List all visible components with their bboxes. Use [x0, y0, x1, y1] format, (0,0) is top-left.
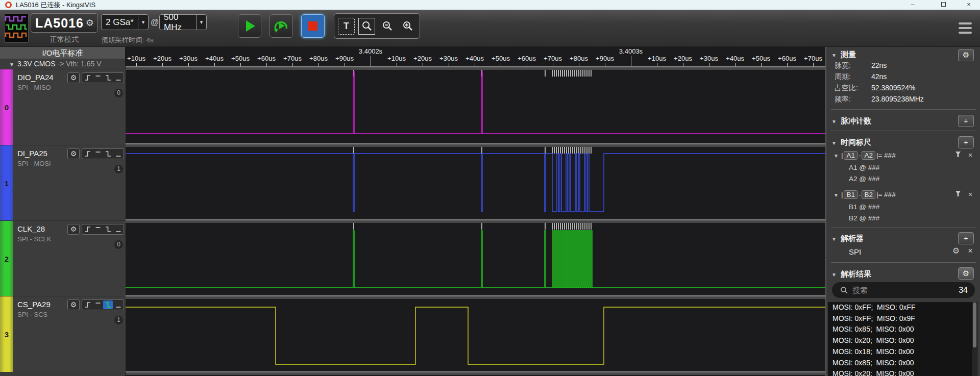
zoom-in-icon	[402, 20, 413, 32]
rising-edge-trigger-button[interactable]	[83, 73, 92, 82]
channel-settings-gear-icon[interactable]: ⚙	[67, 148, 80, 159]
measure-section-header[interactable]: ▼测量	[831, 50, 856, 60]
decode-result-row[interactable]: MOSI: 0x85; MISO: 0x00	[832, 325, 965, 333]
decode-results-list[interactable]: MOSI: 0xFF; MISO: 0xFFMOSI: 0xFF; MISO: …	[828, 302, 977, 376]
zoom-in-button[interactable]	[399, 18, 416, 35]
ruler-pin-icon[interactable]	[954, 151, 962, 159]
play-icon	[242, 18, 257, 34]
low-level-trigger-button[interactable]	[113, 149, 123, 158]
edge-marker	[552, 70, 553, 77]
device-button[interactable]: LA5016 ⚙	[31, 13, 98, 33]
window-title: LA5016 已连接 - KingstVIS	[16, 1, 95, 10]
loop-capture-button[interactable]	[270, 14, 293, 38]
results-scrollbar[interactable]	[972, 302, 977, 376]
marker-b2[interactable]: B2	[862, 190, 875, 199]
channel-row-cs_pa29[interactable]: 3CS_PA29SPI - SCS⚙1	[0, 296, 126, 372]
high-level-trigger-button[interactable]	[93, 300, 103, 309]
edge-marker	[556, 147, 557, 154]
decode-result-row[interactable]: MOSI: 0xFF; MISO: 0x9F	[832, 314, 965, 322]
high-level-trigger-button[interactable]	[93, 149, 103, 158]
low-level-trigger-button[interactable]	[113, 225, 123, 234]
scrollbar-thumb[interactable]	[973, 303, 976, 347]
edge-marker	[545, 147, 546, 154]
falling-edge-trigger-button[interactable]	[103, 225, 113, 234]
high-level-trigger-button[interactable]	[93, 225, 103, 234]
channel-name[interactable]: DI_PA25	[17, 149, 47, 158]
trigger-button-group	[82, 224, 124, 235]
remove-analyzer-button[interactable]: ×	[966, 247, 974, 255]
channel-row-clk_28[interactable]: 2CLK_28SPI - SCLK⚙0	[0, 220, 126, 296]
low-level-trigger-button[interactable]	[113, 300, 123, 309]
divider	[831, 262, 976, 263]
add-analyzer-button[interactable]: +	[958, 232, 974, 244]
falling-edge-trigger-button[interactable]	[103, 73, 113, 82]
menu-button[interactable]	[959, 22, 972, 34]
analyzer-item-spi[interactable]: SPI	[849, 247, 861, 256]
results-settings-button[interactable]: ⚙	[958, 267, 974, 280]
edge-marker	[591, 70, 592, 77]
measure-settings-button[interactable]: ⚙	[958, 49, 974, 61]
marker-b1[interactable]: B1	[844, 190, 857, 199]
add-ruler-button[interactable]: +	[958, 136, 974, 148]
decode-result-row[interactable]: MOSI: 0xFF; MISO: 0xFF	[832, 303, 965, 311]
maximize-button[interactable]	[932, 0, 954, 10]
channel-row-di_pa25[interactable]: 1DI_PA25SPI - MOSI⚙1	[0, 145, 126, 220]
start-button[interactable]	[238, 14, 261, 38]
axis-tick	[266, 63, 267, 66]
rising-edge-trigger-button[interactable]	[83, 225, 92, 234]
falling-edge-trigger-button[interactable]	[103, 300, 113, 309]
device-settings-gear-icon[interactable]: ⚙	[86, 17, 97, 29]
collapse-arrow-icon[interactable]: ▼	[9, 62, 14, 67]
channel-name[interactable]: CS_PA29	[17, 300, 51, 309]
marker-a2[interactable]: A2	[862, 151, 875, 160]
pulse-count-section-header[interactable]: ▼脉冲计数	[831, 116, 871, 126]
waveform-plot[interactable]	[126, 66, 825, 376]
results-section-header[interactable]: ▼解析结果	[831, 269, 871, 279]
zoom-out-button[interactable]	[379, 18, 396, 35]
result-count: 34	[959, 286, 975, 295]
text-marker-tool-button[interactable]: T	[338, 18, 355, 35]
ruler-pin-icon[interactable]	[954, 190, 962, 198]
falling-edge-trigger-button[interactable]	[103, 149, 113, 158]
chevron-down-icon[interactable]: ▾	[138, 15, 148, 30]
channel-name[interactable]: CLK_28	[17, 224, 45, 233]
rising-edge-trigger-button[interactable]	[83, 149, 92, 158]
decode-result-row[interactable]: MOSI: 0x18; MISO: 0x00	[832, 347, 965, 356]
remove-ruler-button[interactable]: ×	[966, 151, 974, 159]
analyzer-settings-gear-icon[interactable]: ⚙	[952, 247, 960, 255]
decode-result-row[interactable]: MOSI: 0x20; MISO: 0x00	[832, 336, 965, 344]
decode-result-row[interactable]: MOSI: 0x20; MISO: 0x00	[832, 369, 965, 376]
minimize-button[interactable]: –	[901, 0, 924, 10]
stop-button[interactable]	[301, 14, 325, 38]
edge-marker	[556, 223, 557, 230]
channel-name[interactable]: DIO_PA24	[17, 73, 54, 82]
ruler-section-header[interactable]: ▼时间标尺	[831, 138, 871, 147]
marker-a1[interactable]: A1	[844, 151, 857, 160]
ruler-pair-b[interactable]: ▼|B1-B2|= ###	[834, 190, 896, 199]
rising-edge-trigger-button[interactable]	[83, 300, 92, 309]
search-box[interactable]: 34	[832, 282, 975, 298]
remove-ruler-button[interactable]: ×	[966, 190, 974, 198]
sample-depth-select[interactable]: 2 GSa* ▾	[101, 14, 149, 30]
search-input[interactable]	[852, 286, 949, 294]
close-button[interactable]: ×	[958, 0, 980, 10]
low-level-trigger-button[interactable]	[113, 73, 123, 82]
decode-result-row[interactable]: MOSI: 0x85; MISO: 0x00	[832, 359, 965, 367]
edge-marker	[584, 147, 585, 154]
channel-settings-gear-icon[interactable]: ⚙	[67, 224, 80, 235]
ruler-value: ###	[884, 152, 896, 159]
ruler-pair-a[interactable]: ▼|A1-A2|= ###	[834, 151, 896, 160]
channel-settings-gear-icon[interactable]: ⚙	[67, 299, 80, 310]
axis-major-label: 3.4003s	[613, 47, 649, 55]
channel-row-dio_pa24[interactable]: 0DIO_PA24SPI - MISO⚙0	[0, 69, 126, 145]
sample-rate-select[interactable]: 500 MHz ▾	[159, 14, 207, 30]
channel-settings-gear-icon[interactable]: ⚙	[67, 72, 80, 83]
io-level-row[interactable]: ▼3.3V CMOS -> Vth: 1.65 V	[0, 59, 125, 69]
analyzer-section-header[interactable]: ▼解析器	[831, 234, 864, 243]
chevron-down-icon[interactable]: ▾	[196, 15, 206, 30]
high-level-trigger-button[interactable]	[93, 73, 103, 82]
zoom-select-tool-button[interactable]	[358, 18, 375, 35]
edge-marker	[582, 147, 583, 154]
time-axis[interactable]: +10us+20us+30us+40us+50us+60us+70us+80us…	[126, 47, 825, 66]
add-pulse-counter-button[interactable]: +	[958, 115, 974, 127]
